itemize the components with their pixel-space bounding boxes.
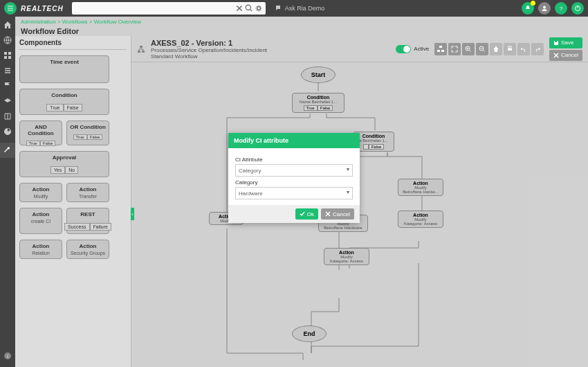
modal-cancel-button[interactable]: Cancel (321, 208, 354, 220)
ci-attribute-label: CI Attribute (235, 156, 353, 163)
modal-modify-ci-attribute: Modify CI attribute CI Attribute Categor… (228, 133, 360, 223)
modal-title: Modify CI attribute (228, 133, 360, 148)
category-select[interactable]: Hardware (235, 187, 353, 199)
close-icon (325, 211, 331, 217)
modal-ok-button[interactable]: Ok (295, 208, 318, 220)
ci-attribute-select[interactable]: Category (235, 164, 353, 177)
check-icon (300, 211, 305, 217)
category-label: Category (235, 179, 353, 186)
